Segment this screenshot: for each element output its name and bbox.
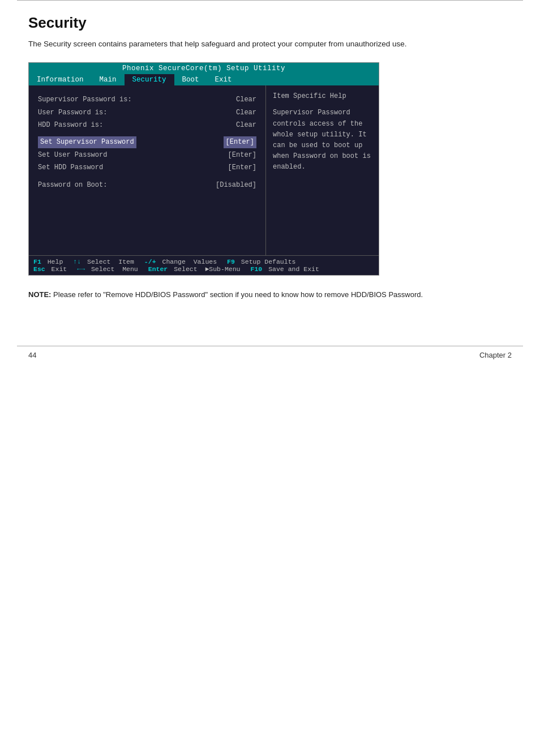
bios-nav-bar: Information Main Security Boot Exit: [29, 74, 379, 85]
bios-footer-row-2: Esc Exit ←→ Select Menu Enter Select ►Su…: [33, 265, 374, 273]
row-user-password: User Password is: Clear: [38, 106, 256, 119]
bios-help-panel: Item Specific Help Supervisor Password c…: [265, 85, 379, 255]
spacer-2: [38, 174, 256, 179]
row-hdd-password-value: Clear: [236, 119, 256, 131]
page-description: The Security screen contains parameters …: [28, 38, 512, 50]
nav-information[interactable]: Information: [29, 74, 92, 85]
key-leftright: ←→: [77, 265, 85, 273]
key-updown-desc: Select Item: [83, 258, 134, 265]
row-supervisor-password-value: Clear: [236, 94, 256, 105]
key-enter-desc: Select ►Sub-Menu: [170, 265, 240, 273]
row-set-supervisor-value: [Enter]: [224, 136, 256, 148]
row-password-on-boot-label: Password on Boot:: [38, 179, 107, 191]
nav-main[interactable]: Main: [92, 74, 125, 85]
footer-f10: F10 Save and Exit: [251, 265, 319, 273]
row-user-password-value: Clear: [236, 107, 256, 118]
key-updown: ↑↓: [73, 258, 81, 265]
bios-main-panel: Supervisor Password is: Clear User Passw…: [29, 85, 265, 255]
footer-updown: ↑↓ Select Item: [73, 258, 134, 265]
key-plusminus-desc: Change Values: [158, 258, 217, 265]
row-hdd-password-label: HDD Password is:: [38, 119, 103, 131]
bios-setup-box: Phoenix SecureCore(tm) Setup Utility Inf…: [28, 62, 379, 276]
row-user-password-label: User Password is:: [38, 107, 107, 118]
row-hdd-password: HDD Password is: Clear: [38, 119, 256, 131]
row-password-on-boot[interactable]: Password on Boot: [Disabled]: [38, 179, 256, 191]
footer-plusminus: -/+ Change Values: [144, 258, 217, 265]
page-number: 44: [28, 351, 36, 359]
page-title: Security: [28, 14, 512, 32]
bios-footer-row-1: F1 Help ↑↓ Select Item -/+ Change Values…: [33, 258, 374, 265]
row-set-supervisor[interactable]: Set Supervisor Password [Enter]: [38, 136, 256, 148]
row-set-hdd-label: Set HDD Password: [38, 162, 103, 173]
row-supervisor-password: Supervisor Password is: Clear: [38, 93, 256, 106]
page-content: Security The Security screen contains pa…: [0, 1, 540, 323]
spacer-1: [38, 131, 256, 136]
row-set-user-value: [Enter]: [228, 149, 256, 161]
footer-enter: Enter Select ►Sub-Menu: [148, 265, 241, 273]
row-set-hdd-value: [Enter]: [228, 162, 256, 173]
nav-security[interactable]: Security: [125, 74, 174, 85]
key-enter: Enter: [148, 265, 168, 273]
key-esc: Esc: [33, 265, 45, 273]
bios-help-title: Item Specific Help: [273, 91, 372, 102]
footer-f1: F1 Help: [33, 258, 63, 265]
bios-body: Supervisor Password is: Clear User Passw…: [29, 85, 379, 255]
nav-boot[interactable]: Boot: [174, 74, 207, 85]
bios-help-text: Supervisor Password controls access of t…: [273, 108, 372, 173]
row-password-on-boot-value: [Disabled]: [216, 179, 256, 191]
footer-f9: F9 Setup Defaults: [227, 258, 295, 265]
note-section: NOTE: Please refer to "Remove HDD/BIOS P…: [28, 289, 512, 300]
row-set-hdd[interactable]: Set HDD Password [Enter]: [38, 161, 256, 174]
page-footer: 44 Chapter 2: [0, 346, 540, 364]
key-plusminus: -/+: [144, 258, 156, 265]
key-f1: F1: [33, 258, 41, 265]
key-leftright-desc: Select Menu: [87, 265, 138, 273]
key-f9: F9: [227, 258, 235, 265]
key-f10: F10: [251, 265, 263, 273]
row-set-user-label: Set User Password: [38, 149, 107, 161]
chapter-label: Chapter 2: [479, 351, 512, 359]
note-text: Please refer to "Remove HDD/BIOS Passwor…: [53, 290, 423, 299]
row-set-supervisor-label: Set Supervisor Password: [38, 136, 136, 148]
nav-exit[interactable]: Exit: [207, 74, 240, 85]
footer-leftright: ←→ Select Menu: [77, 265, 138, 273]
key-f10-desc: Save and Exit: [264, 265, 319, 273]
key-f9-desc: Setup Defaults: [237, 258, 296, 265]
row-supervisor-password-label: Supervisor Password is:: [38, 94, 132, 105]
note-label: NOTE:: [28, 290, 51, 299]
footer-esc: Esc Exit: [33, 265, 67, 273]
bios-footer: F1 Help ↑↓ Select Item -/+ Change Values…: [29, 255, 379, 275]
bios-title-bar: Phoenix SecureCore(tm) Setup Utility: [29, 63, 379, 74]
key-esc-desc: Exit: [48, 265, 67, 273]
row-set-user[interactable]: Set User Password [Enter]: [38, 149, 256, 161]
key-f1-desc: Help: [44, 258, 63, 265]
